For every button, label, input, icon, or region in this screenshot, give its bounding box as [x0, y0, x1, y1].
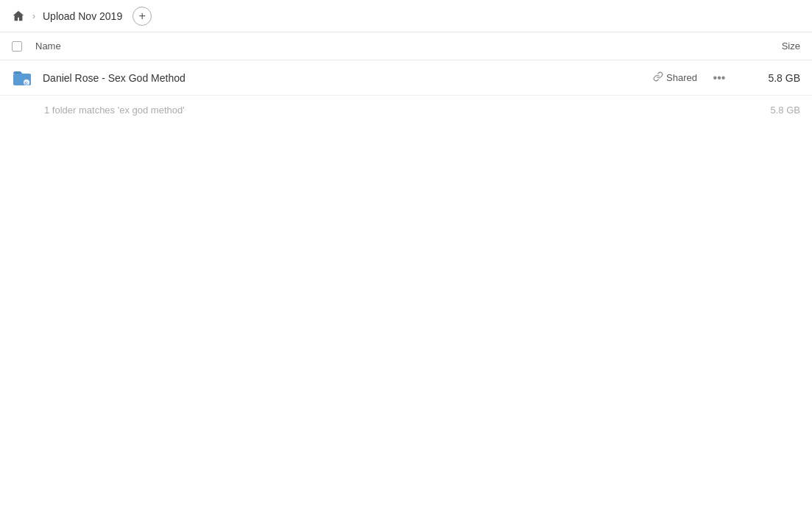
folder-icon-wrap: ⛓ — [12, 68, 35, 88]
summary-size: 5.8 GB — [771, 105, 800, 116]
table-row[interactable]: ⛓ Daniel Rose - Sex God Method Shared ••… — [0, 60, 812, 96]
svg-text:⛓: ⛓ — [24, 81, 29, 85]
name-column-header: Name — [35, 40, 741, 52]
folder-icon: ⛓ — [12, 68, 32, 88]
breadcrumb-folder-name[interactable]: Upload Nov 2019 — [43, 10, 122, 22]
home-icon — [12, 10, 25, 23]
select-all-checkbox-col[interactable] — [12, 41, 35, 52]
more-icon: ••• — [713, 71, 726, 85]
size-column-header: Size — [741, 40, 800, 52]
summary-text: 1 folder matches 'ex god method' — [44, 105, 185, 116]
breadcrumb-bar: › Upload Nov 2019 + — [0, 0, 812, 32]
file-size: 5.8 GB — [741, 72, 800, 84]
link-icon — [653, 71, 663, 84]
add-button[interactable]: + — [133, 7, 152, 26]
shared-label: Shared — [666, 72, 697, 83]
select-all-checkbox[interactable] — [12, 41, 22, 52]
file-name[interactable]: Daniel Rose - Sex God Method — [35, 72, 653, 84]
breadcrumb-chevron: › — [32, 11, 35, 21]
home-button[interactable] — [12, 10, 25, 23]
table-header: Name Size — [0, 32, 812, 60]
more-options-button[interactable]: ••• — [709, 68, 730, 88]
shared-badge: Shared — [653, 71, 697, 84]
summary-row: 1 folder matches 'ex god method' 5.8 GB — [0, 96, 812, 124]
